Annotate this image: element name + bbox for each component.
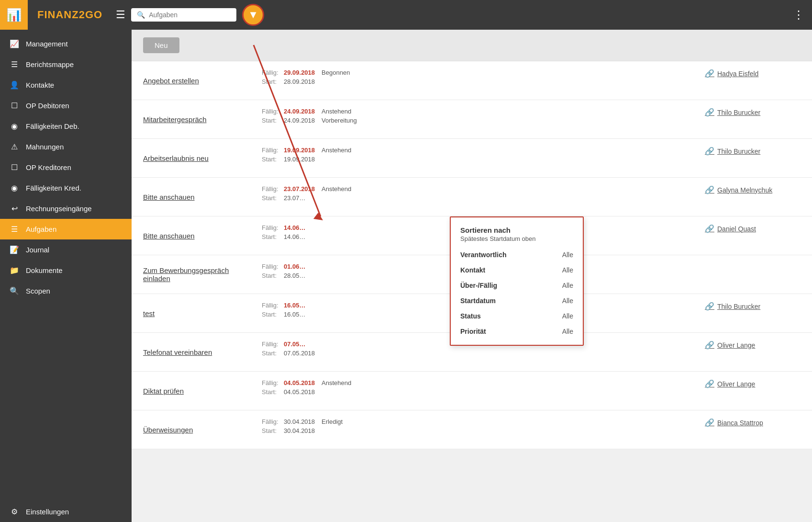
sidebar-item-label: Fälligkeiten Deb. bbox=[26, 122, 122, 130]
sidebar-item-management[interactable]: 📈 Management bbox=[0, 34, 132, 54]
task-assignee[interactable]: 🔗 Thilo Burucker bbox=[705, 302, 801, 311]
more-options-icon[interactable]: ⋮ bbox=[793, 8, 804, 22]
sidebar-item-aufgaben[interactable]: ☰ Aufgaben bbox=[0, 219, 132, 239]
task-assignee[interactable]: 🔗 Daniel Quast bbox=[705, 224, 801, 233]
sidebar-item-faelligkeiten-kred[interactable]: ◉ Fälligkeiten Kred. bbox=[0, 178, 132, 198]
table-row: Bitte anschauen Fällig: 23.07.2018 Anste… bbox=[132, 178, 812, 216]
table-row: Diktat prüfen Fällig: 04.05.2018 Anstehe… bbox=[132, 372, 812, 410]
task-name[interactable]: Bitte anschauen bbox=[143, 232, 258, 240]
filter-value-startdatum: Alle bbox=[562, 297, 573, 305]
task-assignee[interactable]: 🔗 Thilo Burucker bbox=[705, 147, 801, 156]
task-assignee[interactable]: 🔗 Oliver Lange bbox=[705, 379, 801, 388]
task-name-wrap: Bitte anschauen bbox=[143, 224, 258, 247]
task-name[interactable]: Diktat prüfen bbox=[143, 387, 258, 395]
task-status: Anstehend bbox=[322, 379, 351, 386]
content-header: Neu bbox=[132, 30, 812, 61]
sidebar-item-rechnungseingaenge[interactable]: ↩ Rechnungseingänge bbox=[0, 198, 132, 219]
task-name[interactable]: Überweisungen bbox=[143, 426, 258, 434]
assignee-name: Oliver Lange bbox=[717, 341, 755, 349]
sidebar-item-label: Berichtsmappe bbox=[26, 60, 122, 68]
sidebar-item-label: Aufgaben bbox=[26, 225, 122, 233]
sidebar-item-journal[interactable]: 📝 Journal bbox=[0, 239, 132, 260]
task-name[interactable]: test bbox=[143, 309, 258, 318]
neu-button[interactable]: Neu bbox=[143, 37, 179, 53]
filter-label-kontakt: Kontakt bbox=[460, 266, 485, 274]
task-detail-row-faellig: Fällig: 01.06… bbox=[262, 263, 306, 270]
filter-dropdown: Sortieren nach Spätestes Startdatum oben… bbox=[450, 216, 584, 346]
task-assignee[interactable]: 🔗 Hadya Eisfeld bbox=[705, 69, 801, 78]
header: 📊 FINANZ2GO ☰ 🔍 ▼ ⋮ bbox=[0, 0, 812, 30]
task-name[interactable]: Zum Bewerbungsgespräch einladen bbox=[143, 266, 258, 283]
search-input[interactable] bbox=[149, 11, 231, 19]
start-date: 14.06… bbox=[284, 233, 306, 240]
task-detail-row-faellig: Fällig: 24.09.2018 Anstehend bbox=[262, 108, 357, 115]
task-name[interactable]: Bitte anschauen bbox=[143, 193, 258, 201]
management-icon: 📈 bbox=[10, 39, 19, 48]
filter-row-kontakt[interactable]: Kontakt Alle bbox=[451, 262, 583, 278]
task-detail-row-start: Start: 30.04.2018 bbox=[262, 427, 343, 434]
assignee-icon: 🔗 bbox=[705, 302, 714, 311]
task-name-wrap: Zum Bewerbungsgespräch einladen bbox=[143, 263, 258, 286]
sidebar-item-berichtsmappe[interactable]: ☰ Berichtsmappe bbox=[0, 54, 132, 75]
task-name-wrap: Überweisungen bbox=[143, 418, 258, 441]
sidebar-item-dokumente[interactable]: 📁 Dokumente bbox=[0, 260, 132, 281]
task-assignee[interactable]: 🔗 Galyna Melnychuk bbox=[705, 185, 801, 194]
task-name-wrap: Arbeitserlaubnis neu bbox=[143, 147, 258, 170]
filter-sort-sub: Spätestes Startdatum oben bbox=[451, 235, 583, 247]
filter-row-startdatum[interactable]: Startdatum Alle bbox=[451, 293, 583, 308]
start-date: 24.09.2018 bbox=[284, 117, 315, 124]
sidebar-item-mahnungen[interactable]: ⚠ Mahnungen bbox=[0, 136, 132, 157]
filter-button[interactable]: ▼ bbox=[242, 4, 264, 26]
task-name[interactable]: Angebot erstellen bbox=[143, 77, 258, 85]
sidebar-item-einstellungen[interactable]: ⚙ Einstellungen bbox=[0, 501, 132, 522]
sidebar-item-label: Rechnungseingänge bbox=[26, 204, 122, 213]
filter-label-ueber-faellig: Über-/Fällig bbox=[460, 282, 497, 289]
faellig-date: 30.04.2018 bbox=[284, 418, 315, 425]
task-detail-row-faellig: Fällig: 23.07.2018 Anstehend bbox=[262, 185, 351, 193]
task-details: Fällig: 14.06… Start: 14.06… bbox=[262, 224, 306, 240]
sidebar-item-scopen[interactable]: 🔍 Scopen bbox=[0, 281, 132, 301]
filter-value-kontakt: Alle bbox=[562, 266, 573, 274]
task-status: Anstehend bbox=[322, 185, 351, 193]
sidebar-item-op-kreditoren[interactable]: ☐ OP Kreditoren bbox=[0, 157, 132, 178]
assignee-name: Daniel Quast bbox=[717, 225, 756, 233]
filter-label-startdatum: Startdatum bbox=[460, 297, 496, 305]
faellig-label: Fällig: bbox=[262, 185, 281, 193]
table-row: Arbeitserlaubnis neu Fällig: 19.09.2018 … bbox=[132, 139, 812, 178]
assignee-icon: 🔗 bbox=[705, 185, 714, 194]
filter-row-verantwortlich[interactable]: Verantwortlich Alle bbox=[451, 247, 583, 262]
faellig-label: Fällig: bbox=[262, 340, 281, 348]
start-date: 28.09.2018 bbox=[284, 78, 315, 85]
task-name[interactable]: Mitarbeitergespräch bbox=[143, 115, 258, 124]
task-name[interactable]: Telefonat vereinbaren bbox=[143, 348, 258, 356]
task-assignee[interactable]: 🔗 Bianca Stattrop bbox=[705, 418, 801, 427]
task-detail-row-start: Start: 14.06… bbox=[262, 233, 306, 240]
search-icon: 🔍 bbox=[137, 11, 145, 19]
task-assignee[interactable]: 🔗 Thilo Burucker bbox=[705, 108, 801, 117]
sidebar-spacer bbox=[0, 301, 132, 311]
faellig-label: Fällig: bbox=[262, 302, 281, 309]
sidebar: 📈 Management ☰ Berichtsmappe 👤 Kontakte … bbox=[0, 30, 132, 522]
filter-value-status: Alle bbox=[562, 312, 573, 320]
sidebar-item-op-debitoren[interactable]: ☐ OP Debitoren bbox=[0, 95, 132, 116]
filter-row-status[interactable]: Status Alle bbox=[451, 308, 583, 324]
start-label: Start: bbox=[262, 194, 281, 202]
task-assignee[interactable]: 🔗 Oliver Lange bbox=[705, 340, 801, 350]
sidebar-item-faelligkeiten-deb[interactable]: ◉ Fälligkeiten Deb. bbox=[0, 116, 132, 136]
filter-row-prioritaet[interactable]: Priorität Alle bbox=[451, 324, 583, 339]
start-label: Start: bbox=[262, 427, 281, 434]
task-detail-row-start: Start: 28.05… bbox=[262, 272, 306, 279]
logo-text: FINANZ2GO bbox=[37, 9, 102, 21]
faellig-label: Fällig: bbox=[262, 379, 281, 386]
sidebar-item-kontakte[interactable]: 👤 Kontakte bbox=[0, 75, 132, 95]
assignee-name: Hadya Eisfeld bbox=[717, 70, 758, 78]
hamburger-icon[interactable]: ☰ bbox=[116, 9, 125, 21]
start-date: 07.05.2018 bbox=[284, 350, 315, 357]
faellig-date: 04.05.2018 bbox=[284, 379, 315, 386]
task-detail-row-faellig: Fällig: 07.05… bbox=[262, 340, 315, 348]
filter-row-ueber-faellig[interactable]: Über-/Fällig Alle bbox=[451, 278, 583, 293]
journal-icon: 📝 bbox=[10, 245, 19, 254]
faelligkeiten-deb-icon: ◉ bbox=[10, 122, 19, 131]
faellig-label: Fällig: bbox=[262, 418, 281, 425]
task-name[interactable]: Arbeitserlaubnis neu bbox=[143, 154, 258, 162]
